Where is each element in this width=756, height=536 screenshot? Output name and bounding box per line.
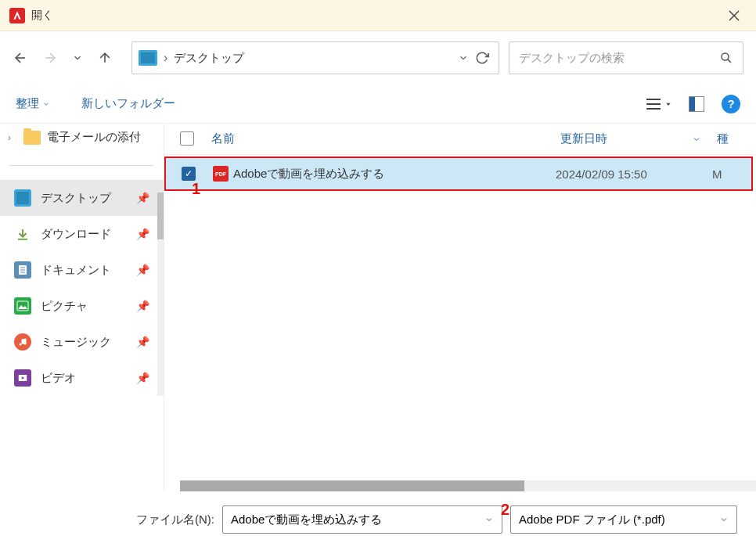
search-placeholder: デスクトップの検索 (519, 51, 625, 66)
sidebar-item-label: ドキュメント (41, 263, 111, 278)
pdf-icon: PDF (213, 166, 229, 182)
chevron-down-icon (719, 515, 729, 524)
sidebar-item-pictures[interactable]: ピクチャ 📌 (0, 288, 164, 324)
sidebar-item-label: ビデオ (41, 371, 76, 386)
sidebar-item-desktop[interactable]: デスクトップ 📌 (0, 180, 164, 216)
chevron-down-icon[interactable] (484, 515, 494, 524)
sidebar-item-label: デスクトップ (41, 191, 111, 206)
dialog-title: 開く (31, 9, 53, 23)
pin-icon: 📌 (136, 228, 149, 240)
svg-point-20 (24, 343, 27, 345)
pin-icon: 📌 (136, 372, 149, 384)
sidebar-item-label: ピクチャ (41, 299, 88, 314)
tree-item-label: 電子メールの添付 (47, 130, 141, 145)
help-button[interactable]: ? (722, 95, 740, 113)
column-name[interactable]: 名前 (211, 131, 560, 146)
breadcrumb[interactable]: › デスクトップ (131, 41, 499, 74)
horizontal-scrollbar[interactable] (180, 480, 756, 491)
view-menu[interactable] (645, 97, 671, 111)
sidebar-item-label: ミュージック (41, 335, 111, 350)
svg-point-19 (20, 344, 22, 346)
sidebar-item-documents[interactable]: ドキュメント 📌 (0, 252, 164, 288)
sidebar-scrollbar[interactable] (157, 192, 164, 396)
pictures-icon (14, 297, 31, 315)
refresh-button[interactable] (475, 51, 489, 65)
file-list: 名前 更新日時 種 ✓ PDF Adobeで動画を埋め込みする 2024/02/… (164, 124, 756, 491)
sidebar-item-music[interactable]: ミュージック 📌 (0, 324, 164, 360)
new-folder-button[interactable]: 新しいフォルダー (81, 96, 175, 111)
sidebar-item-downloads[interactable]: ダウンロード 📌 (0, 216, 164, 252)
sidebar: › 電子メールの添付 デスクトップ 📌 ダウンロード 📌 ドキュメント 📌 ピク… (0, 124, 164, 491)
file-row[interactable]: ✓ PDF Adobeで動画を埋め込みする 2024/02/09 15:50 M (164, 156, 753, 191)
filename-label: ファイル名(N): (136, 513, 214, 527)
file-name: Adobeで動画を埋め込みする (233, 167, 384, 182)
annotation-2: 2 (501, 501, 509, 519)
chevron-right-icon: › (8, 132, 17, 143)
svg-line-6 (728, 59, 731, 63)
desktop-icon (14, 189, 31, 207)
pin-icon: 📌 (136, 300, 149, 312)
breadcrumb-dropdown[interactable] (458, 52, 469, 63)
select-all-checkbox[interactable] (180, 131, 194, 146)
bottom-panel: ファイル名(N): Adobeで動画を埋め込みする Adobe PDF ファイル… (0, 491, 756, 536)
organize-menu[interactable]: 整理 (16, 96, 50, 111)
column-headers[interactable]: 名前 更新日時 種 (164, 124, 756, 155)
folder-icon (23, 131, 41, 145)
up-button[interactable] (97, 50, 113, 66)
pin-icon: 📌 (136, 336, 149, 348)
breadcrumb-separator: › (164, 51, 167, 65)
svg-rect-17 (17, 301, 28, 311)
toolbar: 整理 新しいフォルダー ? (0, 85, 756, 124)
app-icon (9, 8, 25, 23)
pin-icon: 📌 (136, 192, 149, 204)
search-icon (719, 51, 733, 65)
video-icon (14, 369, 31, 387)
location-icon (139, 50, 157, 66)
forward-button[interactable] (42, 50, 58, 66)
close-button[interactable] (722, 3, 747, 28)
file-type: M (712, 167, 736, 181)
column-type[interactable]: 種 (717, 131, 740, 146)
tree-item-attachments[interactable]: › 電子メールの添付 (0, 124, 164, 151)
navbar: › デスクトップ デスクトップの検索 (0, 31, 756, 85)
document-icon (14, 261, 31, 279)
sidebar-item-videos[interactable]: ビデオ 📌 (0, 360, 164, 396)
svg-marker-10 (666, 103, 670, 105)
preview-pane-button[interactable] (689, 96, 704, 112)
divider (9, 165, 154, 166)
search-input[interactable]: デスクトップの検索 (509, 41, 743, 74)
svg-marker-18 (18, 305, 27, 309)
sidebar-item-label: ダウンロード (41, 227, 111, 242)
pin-icon: 📌 (136, 264, 149, 276)
recent-dropdown[interactable] (72, 52, 83, 63)
back-button[interactable] (13, 50, 28, 66)
file-type-filter[interactable]: Adobe PDF ファイル (*.pdf) (510, 505, 737, 534)
titlebar: 開く (0, 0, 756, 31)
music-icon (14, 333, 31, 351)
main-area: › 電子メールの添付 デスクトップ 📌 ダウンロード 📌 ドキュメント 📌 ピク… (0, 124, 756, 491)
svg-point-5 (722, 53, 729, 60)
file-date: 2024/02/09 15:50 (556, 167, 712, 181)
download-icon (14, 225, 31, 243)
file-checkbox[interactable]: ✓ (182, 167, 196, 181)
column-date[interactable]: 更新日時 (560, 131, 717, 146)
breadcrumb-location: デスクトップ (174, 51, 452, 66)
filename-input[interactable]: Adobeで動画を埋め込みする (222, 505, 502, 534)
annotation-1: 1 (192, 180, 200, 198)
